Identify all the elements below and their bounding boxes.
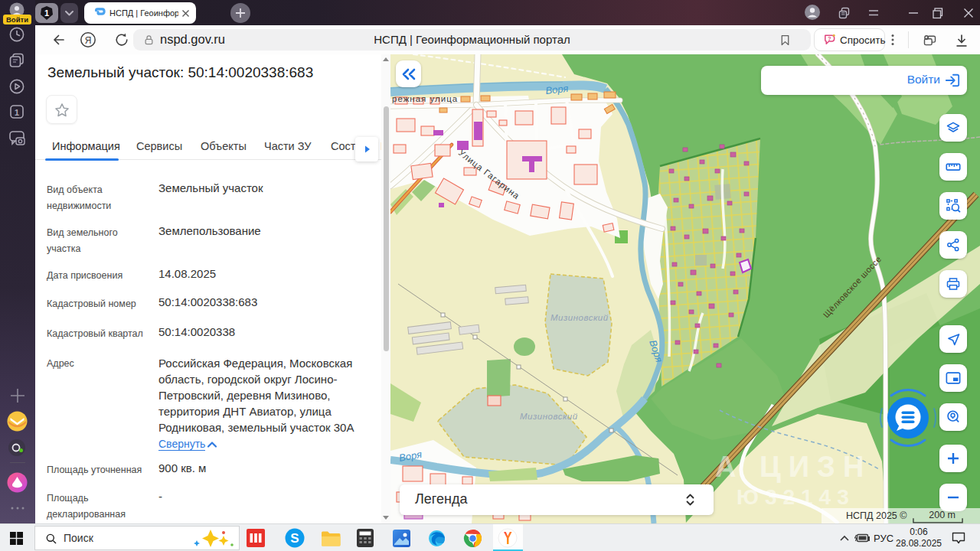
svg-text:режная улица: режная улица <box>392 94 458 103</box>
svg-text:?: ? <box>828 35 831 42</box>
svg-text:Мизиновский: Мизиновский <box>550 313 609 322</box>
svg-text:Ю32143: Ю32143 <box>737 485 855 509</box>
svg-text:А ЦИЗН: А ЦИЗН <box>715 451 871 483</box>
svg-text:Воря: Воря <box>545 83 569 96</box>
svg-text:Мизиновский: Мизиновский <box>520 412 578 421</box>
svg-text:1: 1 <box>15 108 20 117</box>
svg-text:S: S <box>290 531 299 546</box>
svg-text:Я: Я <box>85 35 92 46</box>
svg-text:1: 1 <box>44 8 49 18</box>
